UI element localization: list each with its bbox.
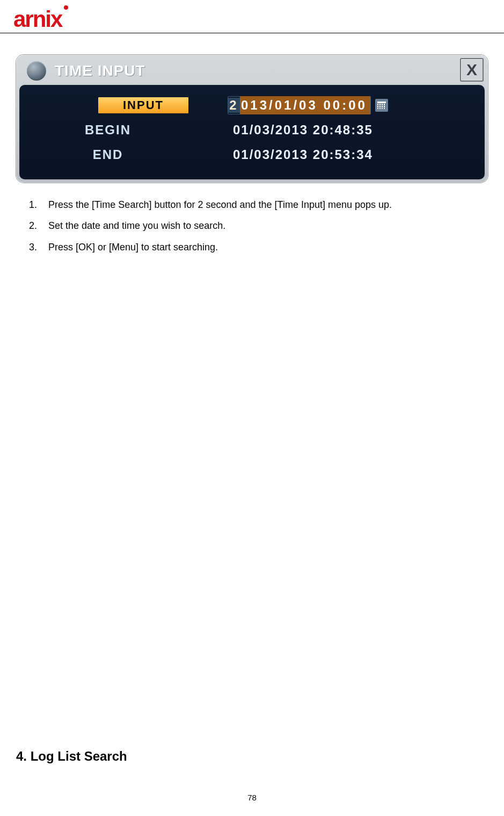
item-text: Press the [Time Search] button for 2 sec… <box>48 199 392 211</box>
item-number: 1. <box>29 199 48 211</box>
window-app-icon <box>27 61 46 81</box>
instructions-list: 1. Press the [Time Search] button for 2 … <box>29 199 488 254</box>
window-title: TIME INPUT <box>55 62 145 80</box>
item-number: 2. <box>29 220 48 232</box>
row-label-input-wrap: INPUT <box>19 97 202 113</box>
section-heading: 4. Log List Search <box>16 749 127 764</box>
calendar-icon[interactable] <box>375 99 388 112</box>
input-label: INPUT <box>98 97 188 113</box>
input-rest: 013/01/03 00:00 <box>240 96 370 114</box>
begin-label: BEGIN <box>19 122 202 138</box>
brand-logo: arnix <box>13 4 94 30</box>
svg-point-0 <box>64 5 68 10</box>
end-label: END <box>19 147 202 162</box>
begin-value: 01/03/2013 20:48:35 <box>233 122 373 138</box>
close-icon: X <box>466 61 477 79</box>
close-button[interactable]: X <box>460 58 484 82</box>
input-first-char: 2 <box>228 98 240 113</box>
row-input: INPUT 2 013/01/03 00:00 <box>19 95 485 116</box>
row-begin: BEGIN 01/03/2013 20:48:35 <box>19 119 485 141</box>
list-item: 3. Press [OK] or [Menu] to start searchi… <box>29 241 488 254</box>
page-content: TIME INPUT X INPUT 2 013/01/03 00:00 <box>0 55 504 254</box>
input-value-cell: 2 013/01/03 00:00 <box>202 96 388 114</box>
logo-text: arnix <box>13 6 63 30</box>
page-header: arnix <box>0 0 504 33</box>
item-number: 3. <box>29 241 48 254</box>
end-value: 01/03/2013 20:53:34 <box>233 147 373 162</box>
window-body: INPUT 2 013/01/03 00:00 BEGIN 01/03/2013… <box>19 85 485 179</box>
date-time-input[interactable]: 2 013/01/03 00:00 <box>228 96 371 114</box>
row-end: END 01/03/2013 20:53:34 <box>19 144 485 165</box>
list-item: 2. Set the date and time you wish to sea… <box>29 220 488 232</box>
time-input-window: TIME INPUT X INPUT 2 013/01/03 00:00 <box>16 55 488 183</box>
item-text: Press [OK] or [Menu] to start searching. <box>48 241 218 254</box>
window-titlebar: TIME INPUT X <box>19 58 485 84</box>
page-number: 78 <box>0 793 504 802</box>
list-item: 1. Press the [Time Search] button for 2 … <box>29 199 488 211</box>
item-text: Set the date and time you wish to search… <box>48 220 225 232</box>
